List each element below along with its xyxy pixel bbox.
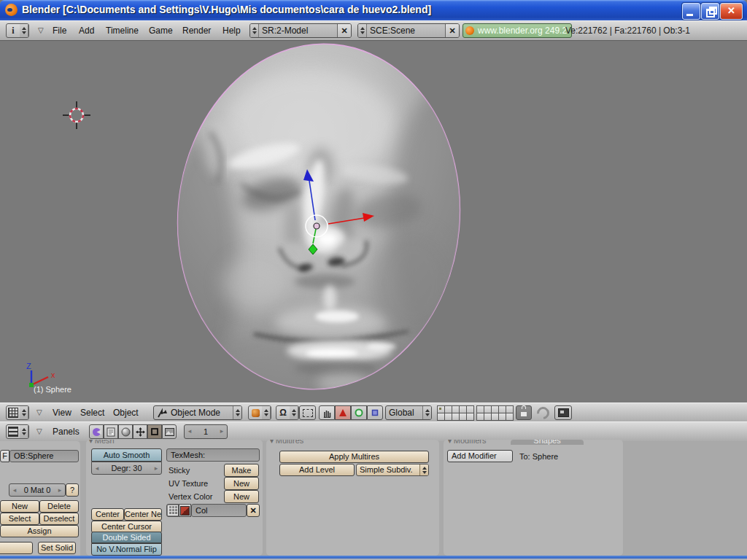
orientation-dropdown[interactable]: Global [385,405,432,420]
texmesh-field[interactable]: TexMesh: [166,448,260,462]
scene-name: SCE:Scene [367,24,445,37]
set-solid-button[interactable]: Set Solid [38,542,76,554]
draw-type-button[interactable] [248,405,271,420]
center-button[interactable]: Center [91,508,124,521]
close-button[interactable]: ✕ [720,3,743,20]
layer-grid-2[interactable] [476,405,513,420]
object-context-button[interactable] [133,424,147,439]
add-level-button[interactable]: Add Level [279,464,355,476]
menu-timeline[interactable]: Timeline [106,21,139,40]
panel-tab-modifiers[interactable]: ▾ Modifiers [448,440,506,445]
render-preview-button[interactable] [554,405,572,420]
assign-button[interactable]: Assign [0,525,79,537]
lock-layers-button[interactable] [516,405,532,420]
frame-right-icon[interactable]: ▸ [218,425,225,438]
blue-square-icon [371,408,379,417]
deselect-button[interactable]: Deselect [39,513,79,525]
auto-smooth-toggle[interactable]: Auto Smooth [91,448,162,462]
menu-object[interactable]: Object [113,403,139,422]
center-new-button[interactable]: Center New [124,508,162,521]
script-context-button[interactable] [104,424,118,439]
info-header: i ▽ File Add Timeline Game Render Help S… [0,20,747,41]
editing-context-button[interactable] [147,424,162,439]
editor-type-button-3dview[interactable] [6,405,29,420]
add-modifier-button[interactable]: Add Modifier [447,450,513,462]
uv-new-button[interactable]: New [224,477,259,490]
frame-counter[interactable]: ◂ 1 ▸ [184,424,228,439]
collapse-menu-icon[interactable]: ▽ [36,422,42,441]
green-circle-icon [355,408,363,417]
viewport-3d[interactable]: Z x (1) Sphere [0,41,747,402]
screen-selector[interactable]: SR:2-Model ✕ [249,23,352,38]
manipulator-rotate-button[interactable] [351,405,367,420]
pivot-point-button[interactable]: Ω [276,405,299,420]
degr-left-icon[interactable]: ◂ [93,462,101,474]
collapse-menu-icon[interactable]: ▽ [38,21,44,40]
delete-material-button[interactable]: Delete [39,500,79,513]
cursor-3d-icon [63,101,90,129]
snap-button[interactable] [535,405,551,420]
degr-right-icon[interactable]: ▸ [152,462,160,474]
spinner-icon [20,406,28,419]
axis-z-label: Z [26,362,31,370]
blender-org-button[interactable]: www.blender.org 249.2 [462,23,572,38]
menu-add[interactable]: Add [79,21,94,40]
manipulator-hand-button[interactable] [319,405,335,420]
menu-help[interactable]: Help [222,21,241,40]
restore-button[interactable] [701,3,719,20]
vcol-grid-button[interactable] [166,504,179,517]
panel-tab-shapes[interactable]: Shapes [511,440,584,445]
editor-type-button-info[interactable]: i [6,23,29,38]
mode-dropdown[interactable]: Object Mode [153,405,242,420]
scene-close-icon[interactable]: ✕ [445,24,459,37]
sticky-make-button[interactable]: Make [224,464,259,477]
mat-left-icon[interactable]: ◂ [11,484,18,496]
menu-game[interactable]: Game [149,21,173,40]
editor-type-button-buttons[interactable] [6,424,29,439]
info-editor-icon: i [12,26,14,36]
manipulator-toggle-group [319,405,383,420]
apply-multires-button[interactable]: Apply Multires [279,451,429,463]
manipulator-translate-button[interactable] [335,405,351,420]
screen-close-icon[interactable]: ✕ [337,24,351,37]
window-title: Blender [C:\Documents and Settings\V.Hug… [22,4,431,15]
manipulator-mode-button[interactable] [299,405,316,420]
scene-context-button[interactable] [162,424,177,439]
panel-header-mesh[interactable]: ▾ Mesh [89,440,147,445]
menu-view[interactable]: View [53,403,71,422]
subdiv-type-dropdown[interactable]: Simple Subdiv. [356,464,429,476]
scene-selector[interactable]: SCE:Scene ✕ [357,23,460,38]
material-help-button[interactable]: ? [66,483,79,497]
manipulator-scale-button[interactable] [367,405,383,420]
scene-stats: Ve:221762 | Fa:221760 | Ob:3-1 [565,21,690,40]
panel-header-multires[interactable]: ▾ Multires [270,440,336,445]
vcol-name-field[interactable]: Col [191,504,247,517]
material-index-slider[interactable]: ◂ 0 Mat 0 ▸ [9,483,66,497]
vcol-new-button[interactable]: New [224,490,259,503]
menu-select[interactable]: Select [80,403,104,422]
menu-panels[interactable]: Panels [53,422,80,441]
no-vnormal-flip-toggle[interactable]: No V.Normal Flip [91,543,162,556]
vcol-delete-button[interactable]: ✕ [247,504,260,517]
collapse-menu-icon[interactable]: ▽ [36,403,42,422]
shading-context-button[interactable] [118,424,133,439]
shading-icon [121,427,131,437]
new-material-button[interactable]: New [0,500,39,513]
layer-grid-1[interactable] [437,405,473,420]
menu-render[interactable]: Render [182,21,211,40]
fake-user-button[interactable]: F [0,450,9,462]
menu-file[interactable]: File [53,21,66,40]
logic-icon [92,427,101,437]
vertex-color-label: Vertex Color [169,492,213,501]
mat-right-icon[interactable]: ▸ [56,484,63,496]
object-name-field[interactable]: OB:Sphere [9,450,79,462]
set-smooth-button[interactable] [0,542,33,554]
vcol-paint-button[interactable] [179,504,191,517]
degr-slider[interactable]: ◂ Degr: 30 ▸ [91,462,162,475]
minimize-button[interactable] [682,3,700,20]
double-sided-toggle[interactable]: Double Sided [91,532,162,543]
logic-context-button[interactable] [89,424,104,439]
select-button[interactable]: Select [0,513,39,525]
titlebar[interactable]: Blender [C:\Documents and Settings\V.Hug… [0,0,747,20]
frame-left-icon[interactable]: ◂ [186,425,193,438]
